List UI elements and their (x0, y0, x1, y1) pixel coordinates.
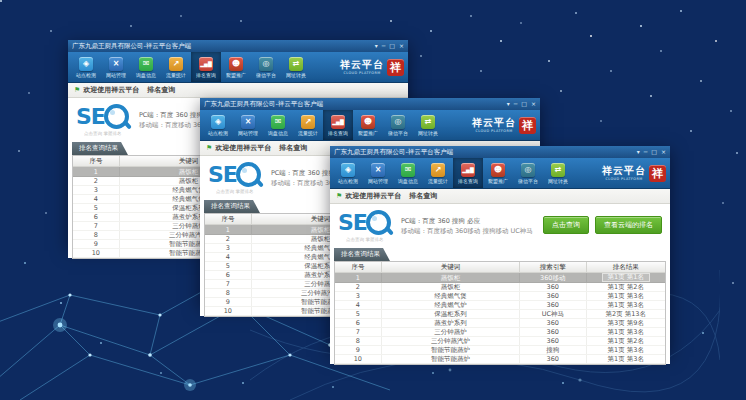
toolbar-item-8[interactable]: ⇄ 网址转换 (543, 158, 573, 188)
title-bar[interactable]: 广东九鼎王厨具有限公司-祥云平台客户端 ▾ ─ □ × (68, 40, 408, 52)
toolbar-item-3[interactable]: ✉ 询盘信息 (393, 158, 423, 188)
table-row[interactable]: 3经典燃气煲360第1页 第3名 (335, 292, 665, 301)
query-button[interactable]: 点击查询 (543, 216, 589, 234)
toolbar-item-1[interactable]: ◈ 站点检测 (71, 52, 101, 82)
toolbar-item-icon: ↗ (431, 163, 445, 177)
toolbar-glyph-icon: ⇄ (555, 166, 562, 174)
cell-no: 3 (335, 292, 381, 301)
toolbar-item-7[interactable]: ◎ 微信平台 (251, 52, 281, 82)
close-button[interactable]: × (531, 100, 536, 108)
column-header[interactable]: 序号 (335, 262, 381, 273)
toolbar-item-3[interactable]: ✉ 询盘信息 (263, 110, 293, 140)
toolbar-item-7[interactable]: ◎ 微信平台 (383, 110, 413, 140)
cell-no: 5 (335, 310, 381, 319)
toolbar-glyph-icon: ↗ (305, 118, 312, 126)
maximize-button[interactable]: □ (521, 100, 527, 108)
table-row[interactable]: 6蒸煮炉系列360第3页 第9名 (335, 319, 665, 328)
toolbar-item-8[interactable]: ⇄ 网址转换 (281, 52, 311, 82)
app-window-front: 广东九鼎王厨具有限公司-祥云平台客户端 ▾ ─ □ × ◈ 站点检测 × 网站管… (330, 146, 670, 352)
toolbar-item-4[interactable]: ↗ 流量统计 (293, 110, 323, 140)
seo-caption: 点击查询 掌握排名 (216, 188, 253, 193)
toolbar-item-icon: ◎ (391, 115, 405, 129)
toolbar-glyph-icon: ✉ (405, 166, 412, 174)
table-row[interactable]: 5保温柜系列UC神马第2页 第13名 (335, 310, 665, 319)
table-row[interactable]: 4经典燃气炉360第1页 第3名 (335, 301, 665, 310)
toolbar-item-2[interactable]: × 网站管理 (363, 158, 393, 188)
title-bar[interactable]: 广东九鼎王厨具有限公司-祥云平台客户端 ▾ ─ □ × (200, 98, 540, 110)
skin-button[interactable]: ▾ (507, 100, 510, 108)
toolbar-glyph-icon: ↗ (173, 60, 180, 68)
toolbar-item-6[interactable]: ☻ 聚盟推广 (483, 158, 513, 188)
cell-rank: 第1页 第3名 (586, 346, 665, 355)
toolbar-item-1[interactable]: ◈ 站点检测 (203, 110, 233, 140)
toolbar-item-2[interactable]: × 网站管理 (101, 52, 131, 82)
column-header[interactable]: 序号 (205, 214, 251, 225)
table-header-row: 序号关键词搜索引擎排名结果 (335, 262, 665, 273)
table-row[interactable]: 1蒸饭柜360移动第1页 第1名 (335, 273, 665, 283)
close-button[interactable]: × (661, 148, 666, 156)
toolbar-item-5[interactable]: ▂▅█ 排名查询 (453, 158, 483, 188)
section-title: 排名查询 (147, 85, 175, 95)
toolbar-item-7[interactable]: ◎ 微信平台 (513, 158, 543, 188)
toolbar-item-1[interactable]: ◈ 站点检测 (333, 158, 363, 188)
cell-no: 8 (335, 337, 381, 346)
toolbar-glyph-icon: ⇄ (293, 60, 300, 68)
tab-rank-results[interactable]: 排名查询结果 (334, 248, 390, 261)
table-row[interactable]: 7三分钟蒸炉360第1页 第3名 (335, 328, 665, 337)
column-header[interactable]: 序号 (73, 156, 119, 167)
minimize-button[interactable]: ─ (382, 42, 386, 50)
toolbar-item-icon: ◎ (521, 163, 535, 177)
engine-list: PC端：百度 360 搜狗 必应 移动端：百度移动 360移动 搜狗移动 UC神… (401, 216, 533, 236)
toolbar-items: ◈ 站点检测 × 网站管理 ✉ 询盘信息 ↗ 流量统计 ▂▅█ 排名查询 ☻ 聚… (200, 110, 443, 140)
minimize-button[interactable]: ─ (514, 100, 518, 108)
flag-icon: ⚑ (206, 145, 212, 152)
toolbar-item-icon: ◎ (259, 57, 273, 71)
toolbar-item-5[interactable]: ▂▅█ 排名查询 (191, 52, 221, 82)
skin-button[interactable]: ▾ (637, 148, 640, 156)
title-bar[interactable]: 广东九鼎王厨具有限公司-祥云平台客户端 ▾ ─ □ × (330, 146, 670, 158)
toolbar-item-label: 网址转换 (418, 130, 438, 135)
toolbar-item-icon: ↗ (169, 57, 183, 71)
toolbar-item-8[interactable]: ⇄ 网址转换 (413, 110, 443, 140)
table-row[interactable]: 2蒸饭柜360第1页 第2名 (335, 283, 665, 292)
toolbar-item-5[interactable]: ▂▅█ 排名查询 (323, 110, 353, 140)
seo-caption: 点击查询 掌握排名 (84, 130, 121, 135)
toolbar-item-4[interactable]: ↗ 流量统计 (423, 158, 453, 188)
minimize-button[interactable]: ─ (644, 148, 648, 156)
view-cloud-rank-button[interactable]: 查看云端的排名 (595, 216, 662, 234)
toolbar-item-2[interactable]: × 网站管理 (233, 110, 263, 140)
skin-button[interactable]: ▾ (375, 42, 378, 50)
table-row[interactable]: 10智能节能蒸炉360第1页 第3名 (335, 355, 665, 364)
toolbar-item-6[interactable]: ☻ 聚盟推广 (221, 52, 251, 82)
toolbar-glyph-icon: ▂▅█ (200, 60, 212, 68)
toolbar-item-6[interactable]: ☻ 聚盟推广 (353, 110, 383, 140)
results-table: 序号关键词搜索引擎排名结果 1蒸饭柜360移动第1页 第1名2蒸饭柜360第1页… (335, 262, 665, 364)
tab-rank-results[interactable]: 排名查询结果 (72, 142, 128, 155)
table-row[interactable]: 8三分钟蒸汽炉360第1页 第2名 (335, 337, 665, 346)
toolbar-item-3[interactable]: ✉ 询盘信息 (131, 52, 161, 82)
cell-engine: 360移动 (520, 273, 586, 283)
toolbar-item-label: 流量统计 (166, 72, 186, 77)
cell-no: 9 (205, 298, 251, 307)
window-title: 广东九鼎王厨具有限公司-祥云平台客户端 (204, 100, 507, 109)
toolbar-item-icon: ✉ (401, 163, 415, 177)
close-button[interactable]: × (399, 42, 404, 50)
column-header[interactable]: 排名结果 (586, 262, 665, 273)
cell-rank: 第1页 第3名 (586, 328, 665, 337)
toolbar-item-label: 聚盟推广 (226, 72, 246, 77)
column-header[interactable]: 关键词 (381, 262, 519, 273)
column-header[interactable]: 搜索引擎 (520, 262, 586, 273)
toolbar-glyph-icon: ▂▅█ (462, 166, 474, 174)
maximize-button[interactable]: □ (651, 148, 657, 156)
brand-subtitle: CLOUD PLATFORM (605, 176, 642, 180)
toolbar-item-4[interactable]: ↗ 流量统计 (161, 52, 191, 82)
toolbar-item-icon: ⇄ (551, 163, 565, 177)
maximize-button[interactable]: □ (389, 42, 395, 50)
tab-rank-results[interactable]: 排名查询结果 (204, 200, 260, 213)
seo-caption: 点击查询 掌握排名 (346, 236, 383, 241)
toolbar-item-icon: ◈ (79, 57, 93, 71)
table-row[interactable]: 9智能节能蒸炉搜狗第1页 第3名 (335, 346, 665, 355)
brand-logo: 祥云平台 CLOUD PLATFORM 祥 (602, 158, 666, 188)
cell-no: 1 (205, 225, 251, 235)
toolbar-glyph-icon: ◎ (525, 166, 532, 174)
